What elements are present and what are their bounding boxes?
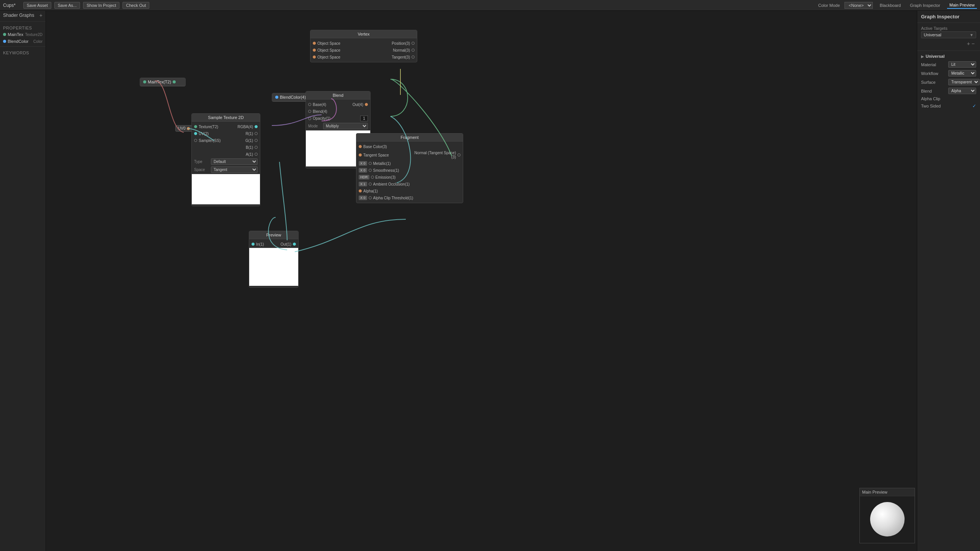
blend-opacity-row: Opacity(1) (306, 115, 370, 122)
uv0-node[interactable]: UV0 (175, 125, 193, 132)
tab-blackboard[interactable]: Blackboard (877, 2, 903, 8)
preview-sphere (870, 502, 905, 536)
sample-space-label: Space (194, 168, 209, 172)
material-select[interactable]: Lit (948, 61, 976, 68)
alpha-clip-label: Alpha Clip (921, 96, 946, 101)
topbar: Cups* Save Asset Save As... Show In Proj… (0, 0, 980, 11)
main-preview-panel: Main Preview (859, 488, 915, 543)
vertex-tang-in-port (313, 55, 316, 59)
maintex-name: MainTex (8, 32, 23, 37)
frag-alpha-port (359, 189, 362, 192)
sample-b-port (255, 146, 258, 149)
fragment-ao-row: X 1 Ambient Occlusion(1) (356, 181, 463, 187)
frag-metallic-port (369, 162, 372, 165)
vertex-node[interactable]: Vertex Object Space Position(3) Object S… (310, 30, 417, 62)
alpha-clip-prop-row: Alpha Clip (917, 95, 980, 102)
graph-inspector-title: Graph Inspector (917, 11, 980, 21)
blend-mode-select[interactable]: Multiply (323, 123, 368, 129)
vertex-pos-in-port (313, 42, 316, 45)
uv0-output-port (187, 127, 190, 130)
vertex-normal-row: Object Space Normal(3) (310, 47, 417, 54)
frag-emission-badge: HDR (359, 175, 369, 179)
color-mode-label: Color Mode (818, 3, 840, 8)
blend-prop-row: Blend Alpha (917, 86, 980, 95)
blendcolor-dot (3, 40, 6, 43)
sample-space-select[interactable]: Tangent (211, 166, 258, 173)
main-preview-title: Main Preview (860, 488, 915, 496)
property-blendcolor[interactable]: BlendColor Color (0, 38, 46, 45)
sample-space-row: Space Tangent (192, 166, 260, 174)
graphs-label: Shader Graphs (3, 13, 34, 18)
preview-node-image (249, 248, 298, 286)
blend-blend-in-port (308, 110, 311, 113)
frag-ao-port (369, 183, 372, 186)
two-sided-label: Two Sided (921, 104, 970, 108)
sample-type-select[interactable]: Default (211, 158, 258, 165)
preview-out-port (293, 243, 296, 246)
vertex-norm-out-port (412, 49, 415, 52)
blend-opacity-input[interactable] (360, 116, 368, 121)
active-targets-label: Active Targets (921, 26, 976, 31)
surface-prop-row: Surface Transparent (917, 78, 980, 86)
two-sided-row: Two Sided ✓ (917, 102, 980, 110)
show-in-project-button[interactable]: Show In Project (83, 2, 119, 9)
workflow-select[interactable]: Metallic (948, 70, 976, 77)
tab-main-preview[interactable]: Main Preview (947, 2, 977, 9)
vertex-body: Object Space Position(3) Object Space No… (310, 38, 417, 62)
surface-select[interactable]: Transparent (948, 79, 980, 85)
fragment-metallic-row: X 0 Metallic(1) (356, 160, 463, 167)
color-mode-select[interactable]: <None> (844, 2, 873, 9)
workflow-prop-row: Workflow Metallic (917, 69, 980, 78)
maintex-title: MainTex(T2) (143, 80, 182, 84)
two-sided-checkmark[interactable]: ✓ (972, 103, 976, 109)
fragment-header: Fragment (356, 134, 463, 142)
maintex-dot (3, 33, 6, 36)
uv0-label: UV0 (178, 126, 185, 130)
frag-normal-out-port (457, 153, 461, 156)
preview-in-port (252, 243, 255, 246)
fragment-node[interactable]: Fragment Base Color(3) Tangent Space Nor… (356, 133, 463, 203)
blendcolor-port-left (275, 96, 278, 99)
blend-mode-label: Mode (308, 124, 322, 128)
surface-label: Surface (921, 80, 946, 85)
vertex-tang-out-port (412, 55, 415, 59)
sample-texture-2d-node[interactable]: Sample Texture 2D Texture(T2) RGBA(4) UV… (191, 113, 260, 206)
divider-2 (0, 46, 46, 47)
sample-r-port (255, 132, 258, 135)
sample-texture-preview (192, 174, 260, 204)
maintex-port-left (143, 80, 146, 83)
sample-sampler-port (194, 139, 197, 142)
maintex-node[interactable]: MainTex(T2) (140, 78, 186, 86)
graph-inspector-panel: Graph Inspector Active Targets Universal… (917, 11, 980, 551)
properties-section-label: Properties (0, 23, 46, 31)
tab-graph-inspector[interactable]: Graph Inspector (908, 2, 942, 8)
add-graph-button[interactable]: + (39, 12, 42, 18)
sample-texture-body: Texture(T2) RGBA(4) UV(2) R(1) Sampler(S… (192, 122, 260, 206)
material-prop-row: Material Lit (917, 60, 980, 69)
save-as-button[interactable]: Save As... (54, 2, 80, 9)
universal-triangle-icon: ▶ (921, 54, 924, 59)
blend-base-row: Base(4) Out(4) (306, 101, 370, 108)
frag-smooth-port (369, 169, 372, 172)
preview-node[interactable]: Preview In(1) Out(1) (249, 231, 299, 288)
fragment-body: Base Color(3) Tangent Space Normal (Tang… (356, 142, 463, 203)
topbar-right: Color Mode <None> Blackboard Graph Inspe… (818, 2, 977, 9)
blend-label: Blend (921, 89, 946, 93)
sample-uv-row: UV(2) R(1) (192, 130, 260, 137)
remove-target-button[interactable]: − (972, 41, 975, 47)
add-target-button[interactable]: + (967, 41, 970, 47)
vertex-tangent-row: Object Space Tangent(3) (310, 54, 417, 60)
property-maintex[interactable]: MainTex Texture2D (0, 31, 46, 38)
active-targets-value: Universal (924, 33, 941, 37)
vertex-norm-in-port (313, 49, 316, 52)
blend-select[interactable]: Alpha (948, 88, 976, 94)
sample-type-row: Type Default (192, 158, 260, 166)
check-out-button[interactable]: Check Out (122, 2, 149, 9)
active-targets-value-row[interactable]: Universal ▼ (921, 31, 976, 38)
blend-out-port (365, 103, 368, 106)
save-asset-button[interactable]: Save Asset (23, 2, 51, 9)
sample-sampler-row: Sampler(SS) G(1) (192, 137, 260, 144)
fragment-smoothness-row: X 0 Smoothness(1) (356, 167, 463, 174)
frag-ao-badge: X 1 (359, 182, 367, 186)
frag-normal-in-port (359, 153, 362, 156)
